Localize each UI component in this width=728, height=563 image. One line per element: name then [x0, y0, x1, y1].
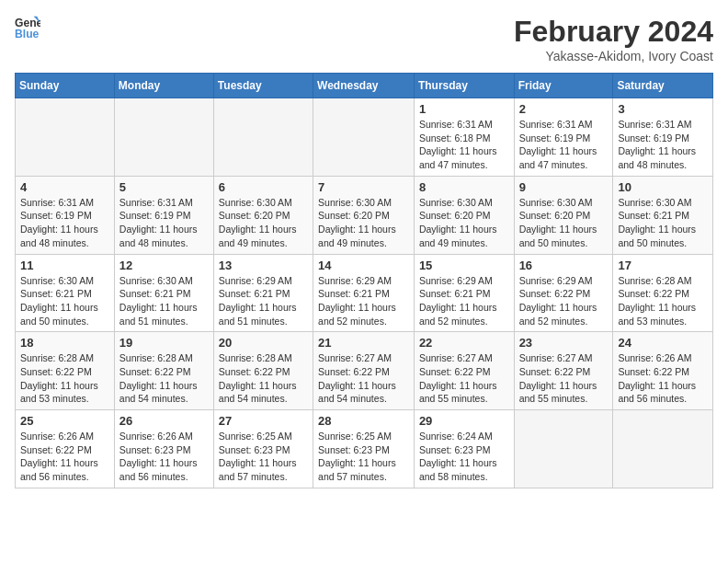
day-info: Sunrise: 6:29 AM Sunset: 6:21 PM Dayligh…: [419, 274, 509, 328]
day-info: Sunrise: 6:26 AM Sunset: 6:22 PM Dayligh…: [20, 430, 109, 484]
calendar-cell: [514, 410, 613, 488]
day-info: Sunrise: 6:25 AM Sunset: 6:23 PM Dayligh…: [219, 430, 308, 484]
day-number: 28: [318, 414, 409, 428]
calendar-cell: 9Sunrise: 6:30 AM Sunset: 6:20 PM Daylig…: [514, 176, 613, 254]
day-info: Sunrise: 6:25 AM Sunset: 6:23 PM Dayligh…: [318, 430, 409, 484]
calendar-cell: 4Sunrise: 6:31 AM Sunset: 6:19 PM Daylig…: [16, 176, 115, 254]
calendar-cell: [16, 98, 115, 177]
calendar-cell: 3Sunrise: 6:31 AM Sunset: 6:19 PM Daylig…: [613, 98, 713, 177]
day-number: 12: [119, 259, 209, 272]
week-row-1: 1Sunrise: 6:31 AM Sunset: 6:18 PM Daylig…: [16, 98, 713, 177]
calendar-table: SundayMondayTuesdayWednesdayThursdayFrid…: [15, 73, 713, 488]
calendar-cell: [613, 410, 713, 488]
day-info: Sunrise: 6:24 AM Sunset: 6:23 PM Dayligh…: [419, 430, 509, 484]
day-number: 13: [219, 259, 308, 272]
day-number: 24: [618, 336, 708, 350]
day-info: Sunrise: 6:28 AM Sunset: 6:22 PM Dayligh…: [20, 351, 109, 406]
calendar-cell: 13Sunrise: 6:29 AM Sunset: 6:21 PM Dayli…: [213, 254, 313, 332]
day-number: 8: [419, 180, 509, 194]
day-number: 11: [20, 259, 109, 272]
svg-text:Blue: Blue: [15, 28, 40, 40]
day-number: 21: [318, 336, 409, 350]
day-info: Sunrise: 6:26 AM Sunset: 6:22 PM Dayligh…: [618, 351, 708, 406]
day-info: Sunrise: 6:31 AM Sunset: 6:18 PM Dayligh…: [419, 118, 509, 172]
day-number: 10: [618, 180, 708, 194]
day-number: 22: [419, 336, 509, 350]
logo: General Blue: [15, 15, 40, 40]
day-number: 7: [318, 180, 409, 194]
calendar-cell: 23Sunrise: 6:27 AM Sunset: 6:22 PM Dayli…: [514, 332, 613, 410]
day-number: 25: [20, 414, 109, 428]
month-year: February 2024: [514, 15, 713, 49]
day-info: Sunrise: 6:27 AM Sunset: 6:22 PM Dayligh…: [419, 351, 509, 406]
calendar-cell: 16Sunrise: 6:29 AM Sunset: 6:22 PM Dayli…: [514, 254, 613, 332]
weekday-header-row: SundayMondayTuesdayWednesdayThursdayFrid…: [16, 74, 713, 98]
calendar-cell: 24Sunrise: 6:26 AM Sunset: 6:22 PM Dayli…: [613, 332, 713, 410]
week-row-5: 25Sunrise: 6:26 AM Sunset: 6:22 PM Dayli…: [16, 410, 713, 488]
day-info: Sunrise: 6:30 AM Sunset: 6:20 PM Dayligh…: [519, 196, 609, 250]
calendar-cell: 15Sunrise: 6:29 AM Sunset: 6:21 PM Dayli…: [414, 254, 514, 332]
day-number: 14: [318, 259, 409, 272]
calendar-cell: [114, 98, 213, 177]
day-number: 5: [119, 180, 209, 194]
calendar-cell: 25Sunrise: 6:26 AM Sunset: 6:22 PM Dayli…: [16, 410, 115, 488]
day-number: 16: [519, 259, 609, 272]
day-number: 15: [419, 259, 509, 272]
day-info: Sunrise: 6:31 AM Sunset: 6:19 PM Dayligh…: [519, 118, 609, 172]
day-info: Sunrise: 6:27 AM Sunset: 6:22 PM Dayligh…: [519, 351, 609, 406]
calendar-cell: 12Sunrise: 6:30 AM Sunset: 6:21 PM Dayli…: [114, 254, 213, 332]
day-info: Sunrise: 6:30 AM Sunset: 6:21 PM Dayligh…: [20, 274, 109, 328]
day-number: 29: [419, 414, 509, 428]
calendar-cell: 5Sunrise: 6:31 AM Sunset: 6:19 PM Daylig…: [114, 176, 213, 254]
day-info: Sunrise: 6:30 AM Sunset: 6:21 PM Dayligh…: [618, 196, 708, 250]
calendar-cell: 28Sunrise: 6:25 AM Sunset: 6:23 PM Dayli…: [313, 410, 415, 488]
calendar-cell: 11Sunrise: 6:30 AM Sunset: 6:21 PM Dayli…: [16, 254, 115, 332]
calendar-cell: [213, 98, 313, 177]
weekday-header-sunday: Sunday: [16, 74, 115, 98]
header: General Blue February 2024 Yakasse-Akido…: [15, 15, 713, 63]
calendar-cell: 6Sunrise: 6:30 AM Sunset: 6:20 PM Daylig…: [213, 176, 313, 254]
calendar-cell: 18Sunrise: 6:28 AM Sunset: 6:22 PM Dayli…: [16, 332, 115, 410]
week-row-3: 11Sunrise: 6:30 AM Sunset: 6:21 PM Dayli…: [16, 254, 713, 332]
day-number: 17: [618, 259, 708, 272]
calendar-cell: 21Sunrise: 6:27 AM Sunset: 6:22 PM Dayli…: [313, 332, 415, 410]
day-number: 4: [20, 180, 109, 194]
weekday-header-monday: Monday: [114, 74, 213, 98]
day-number: 20: [219, 336, 308, 350]
week-row-2: 4Sunrise: 6:31 AM Sunset: 6:19 PM Daylig…: [16, 176, 713, 254]
weekday-header-wednesday: Wednesday: [313, 74, 415, 98]
day-info: Sunrise: 6:31 AM Sunset: 6:19 PM Dayligh…: [20, 196, 109, 250]
day-info: Sunrise: 6:31 AM Sunset: 6:19 PM Dayligh…: [618, 118, 708, 172]
day-number: 19: [119, 336, 209, 350]
day-number: 6: [219, 180, 308, 194]
weekday-header-friday: Friday: [514, 74, 613, 98]
day-number: 23: [519, 336, 609, 350]
calendar-cell: [313, 98, 415, 177]
weekday-header-saturday: Saturday: [613, 74, 713, 98]
calendar-cell: 29Sunrise: 6:24 AM Sunset: 6:23 PM Dayli…: [414, 410, 514, 488]
location: Yakasse-Akidom, Ivory Coast: [514, 49, 713, 63]
week-row-4: 18Sunrise: 6:28 AM Sunset: 6:22 PM Dayli…: [16, 332, 713, 410]
calendar-cell: 27Sunrise: 6:25 AM Sunset: 6:23 PM Dayli…: [213, 410, 313, 488]
logo-icon: General Blue: [15, 15, 40, 40]
calendar-cell: 20Sunrise: 6:28 AM Sunset: 6:22 PM Dayli…: [213, 332, 313, 410]
calendar-cell: 19Sunrise: 6:28 AM Sunset: 6:22 PM Dayli…: [114, 332, 213, 410]
day-number: 2: [519, 102, 609, 116]
day-info: Sunrise: 6:31 AM Sunset: 6:19 PM Dayligh…: [119, 196, 209, 250]
day-info: Sunrise: 6:28 AM Sunset: 6:22 PM Dayligh…: [219, 351, 308, 406]
calendar-cell: 26Sunrise: 6:26 AM Sunset: 6:23 PM Dayli…: [114, 410, 213, 488]
day-info: Sunrise: 6:28 AM Sunset: 6:22 PM Dayligh…: [618, 274, 708, 328]
day-number: 9: [519, 180, 609, 194]
day-info: Sunrise: 6:30 AM Sunset: 6:20 PM Dayligh…: [419, 196, 509, 250]
weekday-header-thursday: Thursday: [414, 74, 514, 98]
calendar-cell: 10Sunrise: 6:30 AM Sunset: 6:21 PM Dayli…: [613, 176, 713, 254]
weekday-header-tuesday: Tuesday: [213, 74, 313, 98]
day-number: 1: [419, 102, 509, 116]
day-number: 18: [20, 336, 109, 350]
title-area: February 2024 Yakasse-Akidom, Ivory Coas…: [514, 15, 713, 63]
day-info: Sunrise: 6:29 AM Sunset: 6:22 PM Dayligh…: [519, 274, 609, 328]
day-info: Sunrise: 6:29 AM Sunset: 6:21 PM Dayligh…: [219, 274, 308, 328]
calendar-cell: 22Sunrise: 6:27 AM Sunset: 6:22 PM Dayli…: [414, 332, 514, 410]
day-number: 27: [219, 414, 308, 428]
calendar-cell: 7Sunrise: 6:30 AM Sunset: 6:20 PM Daylig…: [313, 176, 415, 254]
